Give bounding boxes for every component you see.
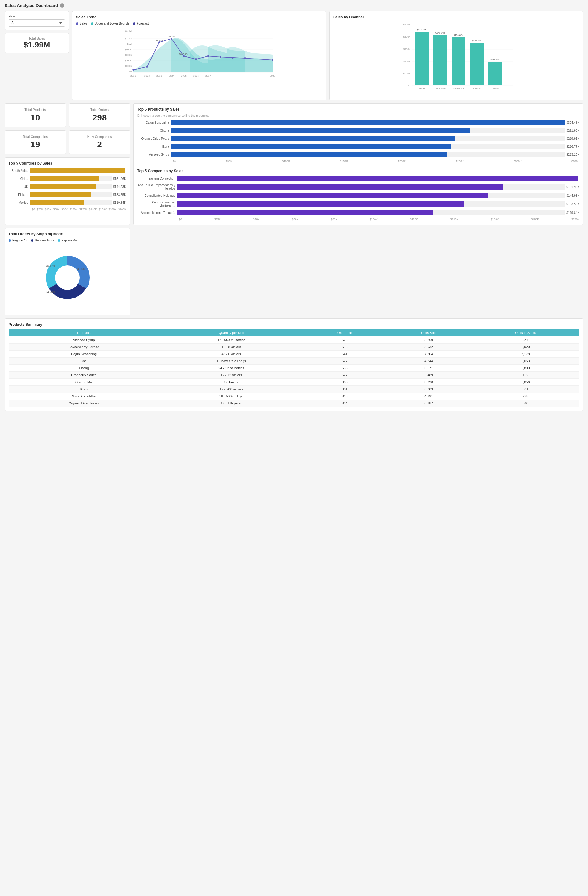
svg-text:Online: Online <box>473 87 480 90</box>
legend-express-dot <box>58 239 60 242</box>
table-cell: 1,056 <box>472 379 579 386</box>
svg-point-17 <box>146 66 148 68</box>
table-cell: 6,187 <box>386 400 472 407</box>
table-cell: 725 <box>472 393 579 400</box>
svg-text:2024: 2024 <box>169 75 174 77</box>
svg-rect-54 <box>452 37 465 85</box>
svg-text:$400K: $400K <box>403 35 411 38</box>
table-cell: 3,032 <box>386 343 472 350</box>
product-bar-aniseed: Aniseed Syrup $213.26K <box>137 152 579 157</box>
year-select[interactable]: All 2021202220232024 2025202620272028 <box>9 19 65 27</box>
shipping-mode-card: Total Orders by Shipping Mode Regular Ai… <box>5 228 130 315</box>
table-cell: Organic Dried Pears <box>9 400 159 407</box>
table-cell: $31 <box>304 386 386 393</box>
svg-text:$0: $0 <box>129 70 132 73</box>
top5-companies-chart: Eastern Connection Ana Trujillo Empareda… <box>137 175 579 221</box>
legend-delivery-truck: Delivery Truck <box>31 239 54 242</box>
table-cell: 162 <box>472 372 579 379</box>
product-bar-cajun: Cajun Seasoning $304.48K <box>137 120 579 125</box>
svg-text:$812.56K: $812.56K <box>179 53 188 55</box>
table-cell: 24 - 12 oz bottles <box>159 365 304 372</box>
table-cell: 10 boxes x 20 bags <box>159 358 304 365</box>
top5-products-title: Top 5 Products by Sales <box>137 107 579 111</box>
table-cell: 12 - 8 oz jars <box>159 343 304 350</box>
svg-text:$438.65K: $438.65K <box>454 34 463 37</box>
legend-regular-label: Regular Air <box>12 239 27 242</box>
legend-sales-label: Sales <box>80 22 87 25</box>
table-cell: Chai <box>9 358 159 365</box>
country-bar-uk: UK $144.93K <box>9 184 126 189</box>
table-cell: Gumbo Mix <box>9 379 159 386</box>
table-cell: 7,804 <box>386 350 472 358</box>
table-row: Ikura12 - 200 ml jars$316,009961 <box>9 386 579 393</box>
svg-text:$400K: $400K <box>125 59 132 62</box>
svg-rect-52 <box>433 35 447 85</box>
table-row: Gumbo Mix36 boxes$333,9901,056 <box>9 379 579 386</box>
companies-x-axis: $0$25K$40K$60K$80K$100K$120K$140K$160K$1… <box>179 218 579 221</box>
svg-text:Corporate: Corporate <box>435 87 445 90</box>
dashboard-header: Sales Analysis Dashboard ℹ <box>5 3 583 8</box>
table-cell: 961 <box>472 386 579 393</box>
table-cell: 1,053 <box>472 358 579 365</box>
table-row: Aniseed Syrup12 - 550 ml bottles$285,269… <box>9 337 579 343</box>
svg-text:$1M: $1M <box>127 43 132 45</box>
col-price: Unit Price <box>304 329 386 337</box>
table-cell: $33 <box>304 379 386 386</box>
total-sales-label: Total Sales <box>9 37 65 40</box>
svg-point-19 <box>170 38 172 40</box>
svg-text:34.23%: 34.23% <box>46 291 55 294</box>
new-companies-value: 2 <box>73 140 126 149</box>
table-cell: $18 <box>304 343 386 350</box>
table-cell: Cranberry Sauce <box>9 372 159 379</box>
company-bar-consolidated: Consolidated Holdings $144.93K <box>137 193 579 198</box>
svg-point-24 <box>232 57 234 58</box>
svg-text:$200K: $200K <box>403 60 411 63</box>
total-orders-card: Total Orders 298 <box>69 103 130 127</box>
table-row: Mishi Kobe Niku18 - 500 g pkgs.$254,3917… <box>9 393 579 400</box>
top5-products-card: Top 5 Products by Sales Drill down to se… <box>133 103 583 225</box>
table-cell: 510 <box>472 400 579 407</box>
table-cell: $27 <box>304 372 386 379</box>
country-bar-china: China $151.96K <box>9 176 126 181</box>
total-sales-card: Total Sales $1.99M <box>5 33 69 53</box>
country-bar-south-africa: South Africa <box>9 168 126 174</box>
col-stock: Units in Stock <box>472 329 579 337</box>
svg-point-65 <box>55 265 80 290</box>
svg-text:$600K: $600K <box>125 53 132 56</box>
table-cell: 644 <box>472 337 579 343</box>
svg-text:2023: 2023 <box>156 75 162 77</box>
top5-countries-card: Top 5 Countries by Sales South Africa Ch… <box>5 157 130 225</box>
legend-truck-dot <box>31 239 33 242</box>
svg-text:$800K: $800K <box>125 48 132 51</box>
svg-text:2026: 2026 <box>193 75 199 77</box>
total-companies-card: Total Companies 19 <box>5 130 66 154</box>
sales-trend-legend: Sales Upper and Lower Bounds Forecast <box>76 22 322 25</box>
svg-point-26 <box>272 59 273 61</box>
svg-rect-56 <box>470 43 484 85</box>
table-row: Cranberry Sauce12 - 12 oz jars$275,48916… <box>9 372 579 379</box>
table-row: Chang24 - 12 oz bottles$366,6711,800 <box>9 365 579 372</box>
products-summary-title: Products Summary <box>9 322 579 327</box>
svg-text:2027: 2027 <box>205 75 211 77</box>
svg-text:$389.56K: $389.56K <box>472 39 482 42</box>
total-products-card: Total Products 10 <box>5 103 66 127</box>
table-cell: 12 - 550 ml bottles <box>159 337 304 343</box>
col-sold: Units Sold <box>386 329 472 337</box>
total-products-value: 10 <box>9 113 61 123</box>
table-row: Chai10 boxes x 20 bags$274,8441,053 <box>9 358 579 365</box>
table-row: Boysenberry Spread12 - 8 oz jars$183,032… <box>9 343 579 350</box>
table-cell: 5,269 <box>386 337 472 343</box>
table-cell: 3,990 <box>386 379 472 386</box>
legend-regular-air: Regular Air <box>9 239 27 242</box>
svg-text:$200K: $200K <box>125 65 132 67</box>
top5-companies-section: Top 5 Companies by Sales Eastern Connect… <box>137 169 579 221</box>
sales-channel-card: Sales by Channel $500K $400K $300K $200K… <box>329 11 583 100</box>
table-cell: 18 - 500 g pkgs. <box>159 393 304 400</box>
new-companies-card: New Companies 2 <box>69 130 130 154</box>
product-bar-organic: Organic Dried Pears $219.91K <box>137 136 579 141</box>
table-cell: $41 <box>304 350 386 358</box>
info-icon[interactable]: ℹ <box>60 3 64 8</box>
products-x-axis: $0$50K$100K$150K$200K$250K$300K$350K <box>173 160 579 163</box>
svg-text:$100K: $100K <box>403 72 411 75</box>
table-cell: 1,920 <box>472 343 579 350</box>
